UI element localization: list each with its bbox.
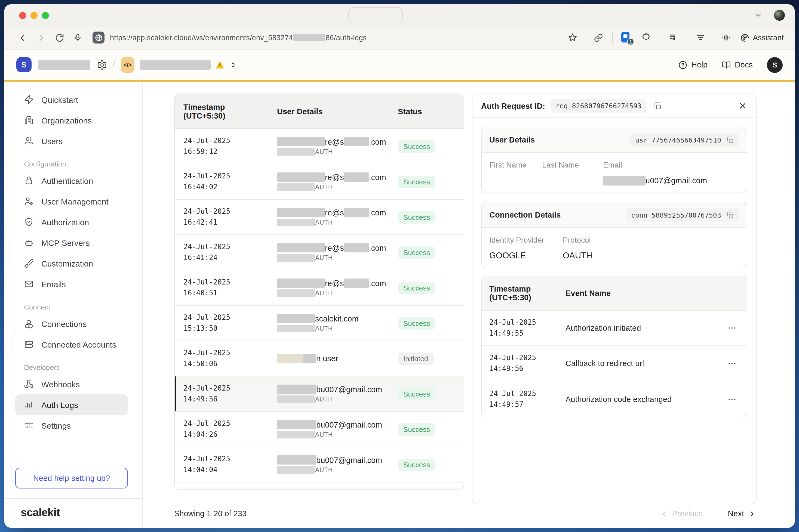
zap-icon (24, 95, 34, 104)
workspace-name-redacted (38, 60, 90, 69)
col-user-details: User Details (277, 107, 398, 116)
event-menu-dots-icon[interactable] (727, 394, 747, 404)
redacted-email (344, 208, 369, 217)
forward-icon[interactable] (34, 31, 48, 44)
address-bar[interactable]: https://app.scalekit.cloud/ws/environmen… (110, 34, 367, 42)
log-row[interactable]: 24-Jul-202514:04:26 bu007@gmail.com AUTH… (175, 412, 464, 447)
breadcrumb-separator: / (113, 59, 115, 70)
event-menu-dots-icon[interactable] (727, 359, 747, 368)
sidebar-item-settings[interactable]: Settings (15, 415, 128, 436)
sidebar-label: Organizations (41, 116, 92, 125)
sidebar-item-auth-logs[interactable]: Auth Logs (15, 394, 128, 415)
minimize-window-button[interactable] (31, 12, 38, 19)
sidebar-footer: scalekit (4, 498, 142, 528)
user-avatar[interactable]: S (767, 57, 783, 73)
browser-tab[interactable] (348, 7, 403, 23)
user-details-card: User Details usr_77567465663497510 First… (481, 127, 747, 193)
sidebar-item-authorization[interactable]: Authorization (15, 212, 128, 232)
shield-check-icon (24, 217, 34, 227)
log-row[interactable]: 24-Jul-202516:44:02 re@s.com AUTH Succes… (175, 164, 464, 200)
bookmark-star-icon[interactable] (565, 31, 580, 44)
previous-button[interactable]: Previous (661, 509, 703, 518)
sidebar-item-connections[interactable]: Connections (15, 313, 128, 334)
sidebar-item-users[interactable]: Users (15, 131, 128, 151)
chevron-left-icon (661, 510, 668, 517)
webhook-icon (24, 379, 34, 389)
sidebar-label: Connected Accounts (41, 340, 116, 349)
showing-count: Showing 1-20 of 233 (174, 509, 246, 518)
browser-toolbar: https://app.scalekit.cloud/ws/environmen… (4, 26, 795, 50)
user-details-title: User Details (489, 135, 535, 144)
help-button[interactable]: Help (678, 60, 708, 69)
sidebar-item-customization[interactable]: Customization (15, 253, 128, 273)
audio-bars-icon[interactable] (719, 31, 733, 44)
copy-link-icon[interactable] (591, 31, 605, 44)
connection-details-card: Connection Details conn_5889525570076750… (481, 202, 747, 268)
sidebar-item-user-management[interactable]: User Management (15, 191, 128, 212)
environment-name-redacted (140, 60, 210, 69)
sidebar-item-organizations[interactable]: Organizations (15, 110, 128, 131)
log-row[interactable]: 24-Jul-202514:50:06 n user Initiated (175, 341, 464, 376)
workspace-settings-gear-icon[interactable] (97, 60, 107, 70)
sidebar-item-authentication[interactable]: Authentication (15, 170, 128, 191)
next-button[interactable]: Next (728, 509, 756, 518)
sidebar-label: Emails (41, 279, 66, 289)
sidebar-item-connected-accounts[interactable]: Connected Accounts (15, 334, 128, 355)
close-icon[interactable] (738, 101, 747, 110)
status-badge: Success (398, 423, 435, 435)
log-row[interactable]: 24-Jul-202516:40:51 re@s.com AUTH Succes… (175, 270, 464, 306)
sidebar-item-emails[interactable]: Emails (15, 273, 128, 294)
log-row-selected[interactable]: 24-Jul-202514:49:56 bu007@gmail.com AUTH… (175, 376, 464, 412)
sidebar-item-mcp-servers[interactable]: MCP Servers (15, 232, 128, 253)
sidebar-item-webhooks[interactable]: Webhooks (15, 374, 128, 394)
col-event-timestamp-tz: (UTC+5:30) (489, 293, 565, 302)
copy-user-id-icon[interactable] (726, 136, 734, 144)
col-event-name: Event Name (565, 289, 747, 298)
microphone-icon[interactable] (71, 31, 85, 44)
password-manager-icon[interactable]: 1 (620, 31, 632, 44)
event-row: 24-Jul-202514:49:55 Authorization initia… (482, 310, 747, 346)
docs-button[interactable]: Docs (722, 60, 753, 69)
playlist-icon[interactable] (665, 31, 679, 44)
browser-profile-avatar[interactable] (774, 10, 785, 21)
environment-badge[interactable]: </> (120, 57, 134, 73)
copy-connection-id-icon[interactable] (726, 211, 734, 219)
log-row[interactable]: 24-Jul-202516:59:12 re@s.com AUTH Succes… (175, 129, 464, 164)
sidebar-item-quickstart[interactable]: Quickstart (15, 89, 128, 110)
redacted-email (344, 172, 369, 182)
copy-request-id-icon[interactable] (652, 101, 662, 110)
event-name: Callback to redirect url (565, 359, 727, 368)
protocol-value: OAUTH (563, 251, 592, 261)
log-row[interactable]: 24-Jul-202516:42:41 re@s.com AUTH Succes… (175, 200, 464, 235)
site-info-globe-icon[interactable] (93, 32, 105, 43)
redacted-email (344, 137, 369, 146)
log-row[interactable]: 24-Jul-202514:04:04 bu007@gmail.com AUTH… (175, 447, 464, 482)
event-menu-dots-icon[interactable] (727, 323, 747, 333)
status-badge: Initiated (398, 352, 433, 365)
assistant-button[interactable]: Assistant (740, 33, 784, 42)
event-name: Authorization code exchanged (565, 395, 727, 403)
redacted-email (277, 243, 325, 252)
redacted-email (277, 137, 325, 146)
events-table: Timestamp(UTC+5:30) Event Name 24-Jul-20… (481, 276, 747, 417)
reading-list-icon[interactable] (693, 31, 708, 44)
log-row[interactable]: 24-Jul-202516:41:24 re@s.com AUTH Succes… (175, 235, 464, 270)
reload-icon[interactable] (52, 31, 67, 44)
back-icon[interactable] (15, 31, 30, 44)
last-name-label: Last Name (542, 160, 603, 169)
log-row[interactable]: 24-Jul-202515:13:50 scalekit.com AUTH Su… (175, 306, 464, 341)
browser-titlebar (4, 4, 795, 26)
environment-switcher-chevrons-icon[interactable] (229, 61, 237, 69)
chevron-down-icon[interactable] (751, 8, 765, 22)
redacted-connection (277, 148, 315, 156)
need-help-button[interactable]: Need help setting up? (15, 468, 128, 489)
auth-request-id-chip: req_82680796766274593 (551, 99, 646, 113)
event-row: 24-Jul-202514:49:57 Authorization code e… (482, 381, 747, 417)
workspace-badge[interactable]: S (16, 57, 32, 72)
zoom-window-button[interactable] (42, 12, 49, 19)
close-window-button[interactable] (19, 12, 26, 19)
window-controls (19, 12, 49, 19)
extensions-puzzle-icon[interactable] (639, 31, 653, 44)
col-event-timestamp: Timestamp (489, 285, 565, 293)
redacted-connection (277, 466, 315, 474)
